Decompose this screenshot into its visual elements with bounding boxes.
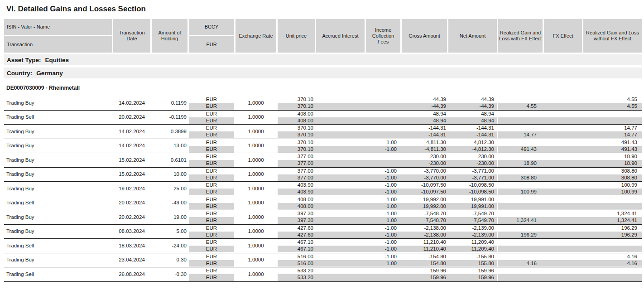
header-realized-gain-loss-with-fx: Realized Gain and Loss with FX Effect: [498, 19, 543, 53]
income-collection-fees-bccy: -1.00: [366, 210, 400, 217]
net-amount-eur: -3,771.00: [448, 174, 497, 181]
accrued-interest-eur: [316, 232, 365, 238]
realized-gain-loss-without-fx-eur: 18.90: [583, 160, 642, 167]
eur-currency: EUR: [189, 203, 234, 210]
income-collection-fees-bccy: [366, 267, 400, 274]
income-collection-fees-bccy: -1.00: [366, 225, 400, 232]
eur-currency: EUR: [189, 174, 234, 181]
net-amount-eur: 159.96: [448, 274, 497, 281]
realized-gain-loss-with-fx: [498, 274, 543, 281]
amount-of-holding: 0.3899: [152, 125, 187, 138]
realized-gain-loss-with-fx: 308.80: [498, 174, 543, 181]
accrued-interest-eur: [316, 274, 365, 281]
transaction-type: Trading Buy: [4, 182, 112, 195]
net-amount-bccy: -230.00: [448, 153, 497, 160]
accrued-interest-eur: [316, 260, 365, 267]
eur-currency: EUR: [189, 146, 234, 153]
table-row: Trading Buy 19.02.2024 25.00 EUR EUR 1.0…: [4, 182, 642, 196]
realized-gain-loss-with-fx: [498, 117, 543, 124]
fx-effect: [544, 260, 582, 267]
unit-price-eur: 403.90: [278, 189, 315, 195]
transaction-type: Trading Sell: [4, 267, 112, 281]
realized-gain-loss-with-fx: 18.90: [498, 160, 543, 167]
accrued-interest-bccy: [316, 225, 365, 232]
transaction-type: Trading Sell: [4, 239, 112, 252]
amount-of-holding: -0.1199: [152, 111, 187, 124]
unit-price-bccy: 408.00: [278, 111, 315, 117]
net-amount-eur: -2,139.00: [448, 232, 497, 238]
unit-price-eur: 377.00: [278, 160, 315, 167]
net-amount-bccy: 159.96: [448, 267, 497, 274]
transaction-type: Trading Buy: [4, 153, 112, 167]
fx-effect: [544, 232, 582, 238]
transaction-type: Trading Sell: [4, 196, 112, 210]
net-amount-bccy: 19,991.00: [448, 196, 497, 203]
realized-gain-loss-without-fx-bccy: 100.99: [583, 182, 642, 189]
accrued-interest-bccy: [316, 239, 365, 246]
amount-of-holding: 13.00: [152, 139, 187, 153]
unit-price-eur: 377.00: [278, 174, 315, 181]
realized-gain-loss-without-fx-eur: 100.99: [583, 189, 642, 195]
exchange-rate: 1.0000: [235, 210, 276, 224]
accrued-interest-eur: [316, 189, 365, 195]
transaction-date: 15.02.2024: [113, 168, 150, 181]
accrued-interest-bccy: [316, 210, 365, 217]
income-collection-fees-eur: [366, 103, 400, 110]
unit-price-eur: 533.20: [278, 274, 315, 281]
exchange-rate: 1.0000: [235, 111, 276, 124]
income-collection-fees-bccy: [366, 125, 400, 131]
table-row: Trading Sell 18.03.2024 -24.00 EUR EUR 1…: [4, 239, 642, 253]
gross-amount-eur: -154.80: [402, 260, 447, 267]
accrued-interest-eur: [316, 203, 365, 210]
income-collection-fees-eur: -1.00: [366, 203, 400, 210]
unit-price-bccy: 377.00: [278, 153, 315, 160]
amount-of-holding: 0.1199: [152, 96, 187, 110]
transaction-type: Trading Buy: [4, 210, 112, 224]
unit-price-eur: 370.10: [278, 103, 315, 110]
realized-gain-loss-without-fx-eur: 491.43: [583, 146, 642, 153]
income-collection-fees-eur: [366, 160, 400, 167]
net-amount-bccy: -144.31: [448, 125, 497, 131]
net-amount-bccy: -10,098.50: [448, 182, 497, 189]
unit-price-bccy: 408.00: [278, 196, 315, 203]
header-accrued-interest: Accrued Interest: [316, 19, 365, 53]
gross-amount-bccy: -4,811.30: [402, 139, 447, 146]
bccy-currency: EUR: [189, 139, 234, 146]
amount-of-holding: 19.00: [152, 210, 187, 224]
amount-of-holding: -0.30: [152, 267, 187, 281]
realized-gain-loss-with-fx: 196.29: [498, 232, 543, 238]
realized-gain-loss-with-fx: 491.43: [498, 146, 543, 153]
exchange-rate: 1.0000: [235, 196, 276, 210]
security-group-title: DE0007030009 - Rheinmetall: [6, 85, 642, 91]
eur-currency: EUR: [189, 131, 234, 138]
unit-price-bccy: 533.20: [278, 267, 315, 274]
bccy-currency: EUR: [189, 225, 234, 232]
eur-currency: EUR: [189, 232, 234, 238]
asset-type-band: Asset Type: Equities: [4, 54, 642, 65]
unit-price-eur: 370.10: [278, 146, 315, 153]
eur-currency: EUR: [189, 274, 234, 281]
unit-price-eur: 516.00: [278, 260, 315, 267]
realized-gain-loss-without-fx-bccy: 18.90: [583, 153, 642, 160]
accrued-interest-bccy: [316, 111, 365, 117]
table-row: Trading Sell 26.08.2024 -0.30 EUR EUR 1.…: [4, 267, 642, 282]
realized-gain-loss-without-fx-bccy: 14.77: [583, 125, 642, 131]
header-realized-gain-loss-without-fx: Realized Gain and Loss without FX Effect: [583, 19, 642, 53]
realized-gain-loss-without-fx-eur: 308.80: [583, 174, 642, 181]
realized-gain-loss-without-fx-eur: [583, 203, 642, 210]
table-row: Trading Buy 14.02.2024 0.1199 EUR EUR 1.…: [4, 96, 642, 111]
unit-price-bccy: 370.10: [278, 125, 315, 131]
income-collection-fees-eur: -1.00: [366, 260, 400, 267]
income-collection-fees-bccy: -1.00: [366, 196, 400, 203]
table-row: Trading Buy 14.02.2024 13.00 EUR EUR 1.0…: [4, 139, 642, 154]
accrued-interest-bccy: [316, 168, 365, 174]
gross-amount-eur: -44.39: [402, 103, 447, 110]
gross-amount-eur: 19,992.00: [402, 203, 447, 210]
net-amount-bccy: -44.39: [448, 96, 497, 103]
header-bccy: BCCY: [189, 19, 234, 35]
realized-gain-loss-without-fx-eur: [583, 274, 642, 281]
fx-effect: [544, 146, 582, 153]
unit-price-bccy: 403.90: [278, 182, 315, 189]
table-row: Trading Buy 14.02.2024 0.3899 EUR EUR 1.…: [4, 125, 642, 139]
accrued-interest-eur: [316, 131, 365, 138]
